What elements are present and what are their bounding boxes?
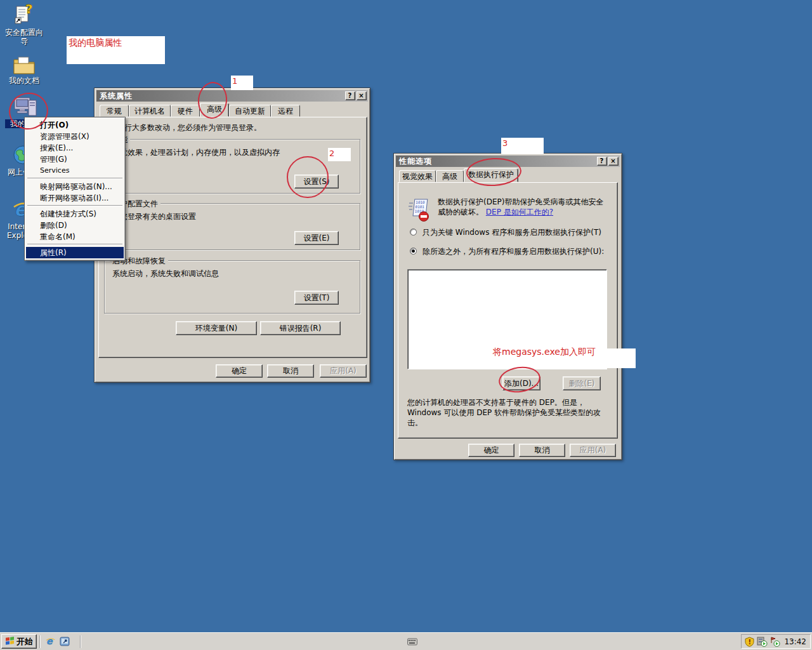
annotation-step1-box: 1 xyxy=(231,76,253,90)
error-reporting-button[interactable]: 错误报告(R) xyxy=(260,321,341,335)
svg-text:!: ! xyxy=(749,638,752,645)
icon-label: 安全配置向导 xyxy=(4,28,44,46)
menu-item-manage[interactable]: 管理(G) xyxy=(26,154,124,165)
tab-hardware[interactable]: 硬件 xyxy=(171,105,200,117)
menu-separator xyxy=(26,176,124,181)
system-properties-titlebar[interactable]: 系统属性 ? × xyxy=(96,90,368,102)
desktop: ? 安全配置向导 我的文档 我 xyxy=(0,0,812,650)
menu-item-create-shortcut[interactable]: 创建快捷方式(S) xyxy=(26,208,124,220)
admin-note: 要进行大多数改动，您必须作为管理员登录。 xyxy=(109,123,363,133)
annotation-note-text: 我的电脑属性 xyxy=(69,37,122,49)
annotation-dep-note: 将megasys.exe加入即可 xyxy=(493,347,596,358)
tray-security-shield-icon[interactable]: ! xyxy=(744,636,755,647)
tab-visual-effects[interactable]: 视觉效果 xyxy=(399,170,436,182)
menu-item-rename[interactable]: 重命名(M) xyxy=(26,231,124,242)
icon-label: 我的文档 xyxy=(4,76,44,85)
menu-item-properties[interactable]: 属性(R) xyxy=(26,247,124,258)
quick-launch-ie-icon[interactable]: e xyxy=(44,635,56,647)
help-button[interactable]: ? xyxy=(597,157,607,166)
profiles-settings-button[interactable]: 设置(E) xyxy=(294,231,339,245)
taskbar-divider xyxy=(80,635,81,648)
startup-recovery-group: 启动和故障恢复 系统启动，系统失败和调试信息 设置(T) xyxy=(104,260,360,314)
hardware-dep-note: 您的计算机的处理器不支持基于硬件的 DEP。但是，Windows 可以使用 DE… xyxy=(407,397,609,428)
help-button[interactable]: ? xyxy=(345,91,355,100)
tray-service-icon[interactable] xyxy=(757,636,768,647)
annotation-step2: 2 xyxy=(329,149,334,158)
desktop-icon-my-documents[interactable]: 我的文档 xyxy=(4,51,44,85)
profiles-desc: 与您登录有关的桌面设置 xyxy=(112,211,353,222)
user-profiles-group: 用户配置文件 与您登录有关的桌面设置 设置(E) xyxy=(104,203,360,250)
menu-separator xyxy=(26,242,124,247)
window-title: 系统属性 xyxy=(100,91,133,102)
quick-launch-explorer-icon[interactable] xyxy=(59,635,71,647)
annotation-step3-box: 3 xyxy=(501,138,544,154)
apply-button: 应用(A) xyxy=(570,444,616,457)
tab-auto-update[interactable]: 自动更新 xyxy=(229,105,271,117)
svg-text:?: ? xyxy=(25,3,33,17)
cancel-button[interactable]: 取消 xyxy=(519,444,565,457)
taskbar: 开始 e xyxy=(0,632,812,650)
close-button[interactable]: × xyxy=(357,91,367,100)
dep-description: 数据执行保护(DEP)帮助保护免受病毒或其他安全威胁的破坏。 DEP 是如何工作… xyxy=(438,197,610,217)
performance-options-window: 性能选项 ? × 视觉效果 高级 数据执行保护 1010 0101 1010 xyxy=(393,153,622,460)
taskbar-divider xyxy=(39,635,41,648)
dep-help-link[interactable]: DEP 是如何工作的? xyxy=(486,208,553,216)
annotation-circle-settings-button xyxy=(287,156,329,198)
annotation-step2-box: 2 xyxy=(328,148,351,161)
radio-critical-label[interactable]: 只为关键 Windows 程序和服务启用数据执行保护(T) xyxy=(422,227,613,237)
startup-desc: 系统启动，系统失败和调试信息 xyxy=(112,269,353,279)
menu-item-search[interactable]: 搜索(E)... xyxy=(26,142,124,154)
menu-item-map-drive[interactable]: 映射网络驱动器(N)... xyxy=(26,181,124,192)
my-computer-context-menu: 打开(O) 资源管理器(X) 搜索(E)... 管理(G) Services 映… xyxy=(24,117,126,261)
environment-variables-button[interactable]: 环境变量(N) xyxy=(176,321,257,335)
apply-button: 应用(A) xyxy=(320,364,367,378)
menu-item-explorer[interactable]: 资源管理器(X) xyxy=(26,131,124,142)
dep-icon: 1010 0101 1010 xyxy=(409,198,431,224)
tab-advanced[interactable]: 高级 xyxy=(436,170,464,182)
radio-all-programs[interactable] xyxy=(410,248,417,255)
advanced-tab-panel: 要进行大多数改动，您必须作为管理员登录。 性能 视觉效果，处理器计划，内存使用，… xyxy=(98,117,367,358)
system-tray: ! 13:42 xyxy=(741,634,811,649)
window-title: 性能选项 xyxy=(399,156,432,167)
taskbar-clock[interactable]: 13:42 xyxy=(782,637,806,646)
menu-item-disconnect-drive[interactable]: 断开网络驱动器(I)... xyxy=(26,192,124,204)
windows-logo-icon xyxy=(5,636,15,647)
menu-item-delete[interactable]: 删除(D) xyxy=(26,220,124,231)
my-documents-icon xyxy=(4,51,44,75)
system-properties-window: 系统属性 ? × 常规 计算机名 硬件 高级 自动更新 远程 要进行大多数改动，… xyxy=(94,88,370,383)
annotation-note-box: 我的电脑属性 xyxy=(67,36,165,64)
cancel-button[interactable]: 取消 xyxy=(267,364,314,378)
svg-text:1010: 1010 xyxy=(416,200,426,204)
annotation-step3: 3 xyxy=(502,138,508,148)
remove-button: 删除(E) xyxy=(563,376,601,390)
radio-critical-only[interactable] xyxy=(410,229,417,235)
start-label: 开始 xyxy=(16,636,33,647)
startup-settings-button[interactable]: 设置(T) xyxy=(294,291,339,305)
radio-all-label[interactable]: 除所选之外，为所有程序和服务启用数据执行保护(U): xyxy=(422,246,613,256)
tab-general[interactable]: 常规 xyxy=(100,105,129,117)
tray-input-method-icon[interactable] xyxy=(407,636,418,647)
svg-text:e: e xyxy=(46,636,53,646)
menu-separator xyxy=(26,204,124,208)
tab-computer-name[interactable]: 计算机名 xyxy=(129,105,171,117)
tab-remote[interactable]: 远程 xyxy=(271,105,300,117)
tray-service2-icon[interactable] xyxy=(769,636,780,647)
ok-button[interactable]: 确定 xyxy=(468,444,514,457)
menu-item-services[interactable]: Services xyxy=(26,165,124,176)
close-button[interactable]: × xyxy=(608,157,619,166)
svg-text:0101: 0101 xyxy=(415,204,425,209)
desktop-icon-security-config-wizard[interactable]: ? 安全配置向导 xyxy=(4,3,44,46)
security-wizard-icon: ? xyxy=(4,3,44,27)
performance-desc: 视觉效果，处理器计划，内存使用，以及虚拟内存 xyxy=(112,147,353,157)
dep-tab-panel: 1010 0101 1010 数据执行保护(DEP)帮助保护免受病毒或其他安全威… xyxy=(398,182,618,439)
start-button[interactable]: 开始 xyxy=(1,634,37,649)
ok-button[interactable]: 确定 xyxy=(216,364,263,378)
annotation-step1: 1 xyxy=(232,76,237,86)
